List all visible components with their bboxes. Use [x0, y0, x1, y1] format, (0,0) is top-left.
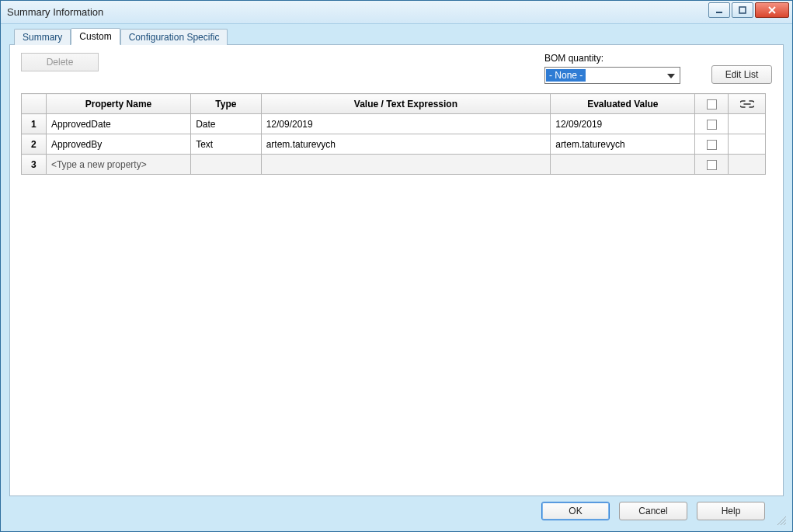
titlebar[interactable]: Summary Information — [1, 1, 792, 24]
cell-evaluated[interactable] — [551, 155, 695, 175]
close-button[interactable] — [755, 2, 789, 18]
cell-type[interactable]: Text — [191, 134, 261, 155]
minimize-button[interactable] — [708, 2, 730, 18]
cell-property-name[interactable]: ApprovedBy — [46, 134, 190, 155]
header-checkbox-box[interactable] — [707, 99, 717, 110]
bom-selected-value: - None - — [546, 69, 586, 82]
window-title: Summary Information — [7, 6, 103, 18]
bom-block: BOM quantity: - None - — [544, 53, 680, 84]
cell-value[interactable] — [261, 155, 551, 175]
row-checkbox[interactable] — [707, 120, 717, 130]
header-type[interactable]: Type — [191, 94, 261, 114]
new-property-placeholder[interactable]: <Type a new property> — [46, 155, 190, 175]
cell-checkbox[interactable] — [695, 155, 729, 175]
row-number[interactable]: 3 — [22, 155, 47, 175]
cell-checkbox[interactable] — [695, 114, 729, 134]
client-area: Summary Custom Configuration Specific De… — [5, 27, 788, 527]
cell-link[interactable] — [729, 155, 766, 175]
window-controls — [708, 2, 789, 18]
resize-grip-icon[interactable] — [774, 513, 787, 526]
properties-grid-wrap: Property Name Type Value / Text Expressi… — [21, 93, 766, 486]
tab-custom[interactable]: Custom — [71, 28, 120, 45]
svg-rect-1 — [739, 7, 746, 13]
row-number[interactable]: 1 — [22, 114, 47, 134]
cell-type[interactable] — [191, 155, 261, 175]
header-checkbox[interactable] — [695, 94, 729, 114]
cell-property-name[interactable]: ApprovedDate — [46, 114, 190, 134]
tabstrip: Summary Custom Configuration Specific — [5, 27, 788, 44]
row-checkbox[interactable] — [707, 160, 717, 170]
cell-link[interactable] — [729, 114, 766, 134]
header-link[interactable] — [729, 94, 766, 114]
cancel-button[interactable]: Cancel — [619, 502, 687, 520]
properties-grid[interactable]: Property Name Type Value / Text Expressi… — [21, 93, 766, 175]
edit-list-button[interactable]: Edit List — [711, 65, 772, 84]
tab-panel-custom: Delete BOM quantity: - None - Edit List — [9, 44, 784, 496]
bom-quantity-select[interactable]: - None - — [544, 67, 680, 84]
table-row[interactable]: 1 ApprovedDate Date 12/09/2019 12/09/201… — [22, 114, 766, 134]
help-button[interactable]: Help — [697, 502, 765, 520]
bom-label: BOM quantity: — [544, 53, 680, 64]
grid-header-row: Property Name Type Value / Text Expressi… — [22, 94, 766, 114]
header-property-name[interactable]: Property Name — [46, 94, 190, 114]
svg-line-7 — [784, 523, 786, 525]
cell-type[interactable]: Date — [191, 114, 261, 134]
delete-button: Delete — [21, 53, 99, 71]
cell-evaluated[interactable]: artem.taturevych — [551, 134, 695, 155]
header-corner[interactable] — [22, 94, 47, 114]
cell-evaluated[interactable]: 12/09/2019 — [551, 114, 695, 134]
new-property-row[interactable]: 3 <Type a new property> — [22, 155, 766, 175]
dropdown-caret-icon — [667, 70, 675, 81]
cell-value[interactable]: 12/09/2019 — [261, 114, 551, 134]
dialog-footer: OK Cancel Help — [9, 498, 784, 524]
maximize-button[interactable] — [732, 2, 753, 18]
header-value[interactable]: Value / Text Expression — [261, 94, 551, 114]
tab-configuration-specific[interactable]: Configuration Specific — [120, 29, 228, 45]
header-evaluated[interactable]: Evaluated Value — [551, 94, 695, 114]
table-row[interactable]: 2 ApprovedBy Text artem.taturevych artem… — [22, 134, 766, 155]
cell-checkbox[interactable] — [695, 134, 729, 155]
svg-line-6 — [781, 520, 786, 525]
dialog-window: Summary Information Summary Custom Confi… — [0, 0, 793, 532]
tab-summary[interactable]: Summary — [14, 29, 71, 45]
row-checkbox[interactable] — [707, 140, 717, 150]
ok-button[interactable]: OK — [541, 502, 610, 520]
cell-value[interactable]: artem.taturevych — [261, 134, 551, 155]
top-controls: Delete BOM quantity: - None - Edit List — [10, 45, 783, 89]
cell-link[interactable] — [729, 134, 766, 155]
svg-marker-4 — [667, 74, 675, 78]
link-icon — [740, 99, 754, 110]
row-number[interactable]: 2 — [22, 134, 47, 155]
